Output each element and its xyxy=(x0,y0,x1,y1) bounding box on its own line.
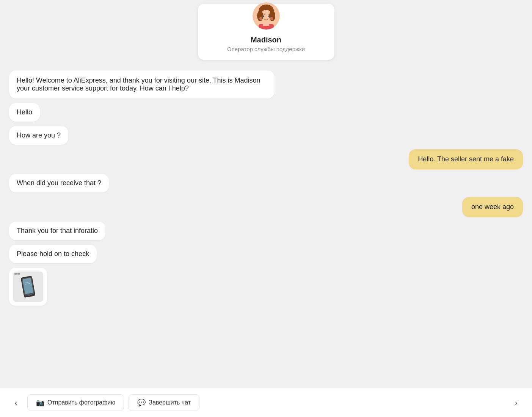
right-arrow[interactable]: › xyxy=(509,396,523,409)
message-welcome: Hello! Welcome to AliExpress, and thank … xyxy=(9,70,275,98)
message-thank-you: Thank you for that inforatio xyxy=(9,222,105,240)
agent-card: Madison Оператор службы поддержки xyxy=(198,4,334,60)
photo-icon: 📷 xyxy=(36,398,44,407)
svg-point-9 xyxy=(259,17,262,20)
send-photo-button[interactable]: 📷 Отправить фотографию xyxy=(27,394,124,411)
svg-point-8 xyxy=(268,16,270,17)
svg-point-7 xyxy=(262,16,264,17)
message-hello: Hello xyxy=(9,103,40,122)
message-how-are-you: How are you ? xyxy=(9,126,68,145)
left-arrow[interactable]: ‹ xyxy=(9,396,23,409)
agent-name: Madison xyxy=(251,36,281,44)
agent-role: Оператор службы поддержки xyxy=(227,46,305,52)
message-week-ago: one week ago xyxy=(462,197,523,217)
message-fake: Hello. The seller sent me a fake xyxy=(409,149,523,169)
end-chat-icon: 💬 xyxy=(137,398,146,407)
avatar xyxy=(253,2,280,30)
message-hold-on: Please hold on to check xyxy=(9,245,97,263)
svg-rect-6 xyxy=(263,22,269,26)
chat-area: Hello! Welcome to AliExpress, and thank … xyxy=(0,66,532,388)
chat-footer: ‹ 📷 Отправить фотографию 💬 Завершить чат… xyxy=(0,388,532,417)
end-chat-button[interactable]: 💬 Завершить чат xyxy=(129,394,199,411)
message-when: When did you receive that ? xyxy=(9,174,109,192)
product-image xyxy=(13,272,43,302)
svg-point-10 xyxy=(270,17,273,20)
message-image xyxy=(9,268,47,306)
